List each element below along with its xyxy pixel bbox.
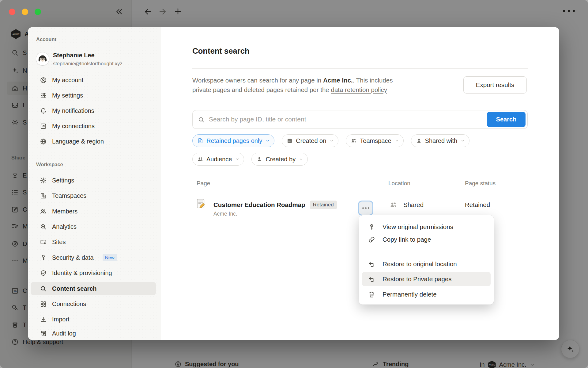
- filter-row-1: Retained pages only Created on Teamspace…: [192, 134, 469, 147]
- key-icon: [368, 224, 375, 231]
- divider: [192, 68, 528, 69]
- table-column-divider: [380, 177, 380, 194]
- page-row-workspace: Acme Inc.: [213, 211, 237, 217]
- people-icon: [40, 208, 47, 215]
- export-results-button[interactable]: Export results: [463, 76, 527, 94]
- column-header-page-status: Page status: [465, 180, 496, 187]
- account-name: Stephanie Lee: [53, 52, 123, 59]
- nav-item-import[interactable]: Import: [31, 313, 156, 326]
- nav-item-language-region[interactable]: Language & region: [31, 135, 156, 148]
- zoom-window-button[interactable]: [35, 9, 41, 15]
- close-window-button[interactable]: [9, 9, 15, 15]
- retained-badge: Retained: [310, 201, 337, 209]
- person-icon: [256, 156, 262, 162]
- chevron-down-icon: [395, 139, 399, 143]
- magnifier-icon: [40, 285, 47, 292]
- menu-divider: [359, 252, 494, 252]
- filter-created-on[interactable]: Created on: [282, 134, 338, 147]
- column-header-page: Page: [197, 180, 210, 187]
- page-description: Workspace owners can search for any page…: [192, 75, 408, 94]
- nav-item-my-notifications[interactable]: My notifications: [31, 104, 156, 117]
- nav-item-connections[interactable]: Connections: [31, 297, 156, 310]
- trash-icon: [368, 291, 375, 298]
- nav-item-content-search[interactable]: Content search: [31, 282, 156, 295]
- people-icon: [351, 138, 357, 144]
- filter-audience[interactable]: Audience: [192, 153, 244, 166]
- page-row-title: Customer Education Roadmap Retained: [213, 201, 337, 209]
- chevron-down-icon: [266, 139, 270, 143]
- link-icon: [368, 236, 375, 243]
- import-arrow-icon: [40, 316, 47, 323]
- nav-item-teamspaces[interactable]: Teamspaces: [31, 189, 156, 202]
- section-header-account: Account: [36, 36, 56, 42]
- people-icon: [390, 201, 397, 209]
- filter-retained-pages-only[interactable]: Retained pages only: [192, 134, 274, 147]
- filter-shared-with[interactable]: Shared with: [411, 134, 470, 147]
- nav-item-audit-log[interactable]: Audit log: [31, 327, 156, 340]
- nav-item-my-connections[interactable]: My connections: [31, 120, 156, 132]
- workspace-name: Acme Inc.: [323, 77, 353, 84]
- nav-item-analytics[interactable]: Analytics: [31, 220, 156, 233]
- page-row-status: Retained: [465, 201, 490, 209]
- search-input[interactable]: [209, 111, 478, 128]
- new-badge: New: [103, 254, 117, 261]
- nav-item-sites[interactable]: Sites: [31, 236, 156, 248]
- nav-item-my-settings[interactable]: My settings: [31, 89, 156, 102]
- page-title: Content search: [192, 46, 249, 56]
- avatar: [36, 52, 49, 65]
- building-icon: [40, 192, 47, 199]
- page-row-location: Shared: [390, 201, 424, 209]
- nav-item-settings[interactable]: Settings: [31, 174, 156, 187]
- app-window: ACME A S N H I S Share: [0, 0, 588, 368]
- nav-item-security-data[interactable]: Security & data New: [31, 251, 156, 264]
- settings-nav-panel: Account Stephanie Lee stephanie@toolsfor…: [28, 27, 161, 340]
- menu-item-restore-to-private-pages[interactable]: Restore to Private pages: [362, 272, 491, 286]
- chevron-down-icon: [235, 157, 239, 161]
- search-icon: [198, 116, 205, 123]
- gear-icon: [40, 177, 47, 184]
- audit-scroll-icon: [40, 330, 47, 337]
- memo-page-icon: [195, 198, 207, 209]
- arrow-out-box-icon: [40, 123, 47, 130]
- chevron-down-icon: [461, 139, 465, 143]
- account-profile: Stephanie Lee stephanie@toolsforthought.…: [36, 52, 123, 67]
- grid-icon: [40, 301, 47, 308]
- undo-icon: [368, 276, 375, 283]
- person-icon: [416, 138, 422, 144]
- row-actions-button[interactable]: [359, 201, 372, 215]
- globe-icon: [40, 138, 47, 145]
- search-button[interactable]: Search: [487, 112, 526, 127]
- nav-item-my-account[interactable]: My account: [31, 74, 156, 86]
- data-retention-policy-link[interactable]: data retention policy: [331, 86, 387, 93]
- chevron-down-icon: [299, 157, 303, 161]
- filter-created-by[interactable]: Created by: [251, 153, 308, 166]
- magnifier-plus-icon: [40, 223, 47, 230]
- search-bar: Search: [192, 110, 528, 129]
- account-email: stephanie@toolsforthought.xyz: [53, 61, 123, 67]
- minimize-window-button[interactable]: [22, 9, 28, 15]
- key-icon: [40, 254, 47, 261]
- undo-icon: [368, 261, 375, 268]
- traffic-lights: [9, 9, 41, 15]
- table-top-divider: [192, 177, 528, 177]
- bell-icon: [40, 107, 47, 114]
- menu-item-view-original-permissions[interactable]: View original permissions: [362, 220, 491, 233]
- menu-item-restore-to-original-location[interactable]: Restore to original location: [362, 258, 491, 270]
- row-actions-menu: View original permissions Copy link to p…: [359, 215, 494, 305]
- person-circle-icon: [40, 77, 47, 84]
- menu-item-copy-link-to-page[interactable]: Copy link to page: [362, 233, 491, 246]
- table-header-divider: [192, 194, 528, 194]
- nav-item-identity-provisioning[interactable]: Identity & provisioning: [31, 266, 156, 279]
- shield-check-icon: [40, 270, 47, 277]
- sliders-icon: [40, 92, 47, 99]
- filter-row-2: Audience Created by: [192, 153, 308, 166]
- column-header-location: Location: [388, 180, 410, 187]
- filter-teamspace[interactable]: Teamspace: [346, 134, 403, 147]
- menu-item-permanently-delete[interactable]: Permanently delete: [362, 288, 491, 301]
- calendar-icon: [287, 138, 293, 144]
- page-icon: [197, 138, 203, 144]
- nav-item-members[interactable]: Members: [31, 205, 156, 218]
- browser-cursor-icon: [40, 239, 47, 246]
- people-icon: [197, 156, 203, 162]
- section-header-workspace: Workspace: [36, 162, 63, 167]
